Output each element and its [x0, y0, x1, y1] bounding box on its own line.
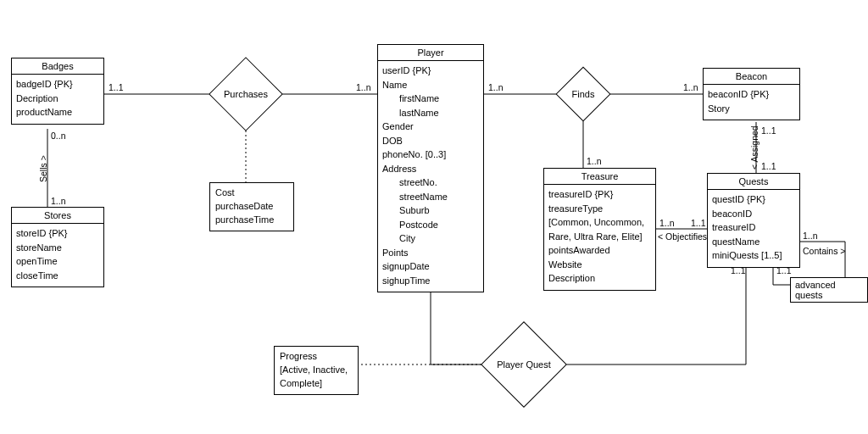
entity-attrs: questID {PK} beaconID treasureID questNa…	[708, 190, 799, 267]
entity-attrs: badgeID {PK} Decription productName	[12, 75, 103, 124]
cardinality: 1..1	[761, 125, 776, 136]
entity-title: Beacon	[704, 69, 799, 85]
entity-player: Player userID {PK} Name firstName lastNa…	[377, 44, 484, 292]
cardinality: 1..1	[691, 218, 706, 228]
entity-title: Player	[378, 45, 483, 61]
cardinality: 1..n	[683, 82, 698, 92]
edge-label-assigned: < Assigned	[749, 125, 760, 170]
entity-attrs: storeID {PK} storeName openTime closeTim…	[12, 224, 103, 287]
cardinality: 1..n	[659, 218, 675, 228]
entity-title: Treasure	[544, 169, 655, 185]
edge-label-sells: Sells >	[38, 155, 48, 182]
entity-attrs: userID {PK} Name firstName lastName Gend…	[378, 61, 483, 292]
edge-label-objectifies: < Objectifies	[658, 231, 707, 242]
er-diagram-canvas: Badges badgeID {PK} Decription productNa…	[0, 0, 868, 434]
entity-stores: Stores storeID {PK} storeName openTime c…	[11, 207, 104, 287]
cardinality: 1..n	[356, 82, 371, 92]
cardinality: 1..n	[51, 196, 66, 206]
entity-treasure: Treasure treasureID {PK} treasureType [C…	[543, 168, 656, 291]
cardinality: 1..1	[776, 265, 792, 275]
entity-attrs: treasureID {PK} treasureType [Common, Un…	[544, 185, 655, 290]
cardinality: 1..1	[731, 265, 746, 275]
cardinality: 1..n	[803, 231, 818, 241]
entity-attrs: beaconID {PK} Story	[704, 85, 799, 120]
cardinality: 0..n	[51, 131, 66, 141]
entity-badges: Badges badgeID {PK} Decription productNa…	[11, 58, 104, 125]
relattrs-purchases: Cost purchaseDate purchaseTime	[209, 182, 294, 231]
cardinality: 1..1	[761, 161, 776, 171]
cardinality: 1..n	[488, 82, 504, 92]
relattrs-playerquest: Progress [Active, Inactive, Complete]	[274, 346, 359, 395]
entity-title: Quests	[708, 174, 799, 190]
advanced-quests-box: advanced quests	[790, 277, 868, 303]
edge-label-contains: Contains >	[803, 246, 846, 256]
entity-quests: Quests questID {PK} beaconID treasureID …	[707, 173, 800, 268]
cardinality: 1..n	[587, 156, 602, 166]
entity-beacon: Beacon beaconID {PK} Story	[703, 68, 800, 120]
entity-title: Stores	[12, 208, 103, 224]
cardinality: 1..1	[108, 82, 124, 92]
entity-title: Badges	[12, 58, 103, 75]
